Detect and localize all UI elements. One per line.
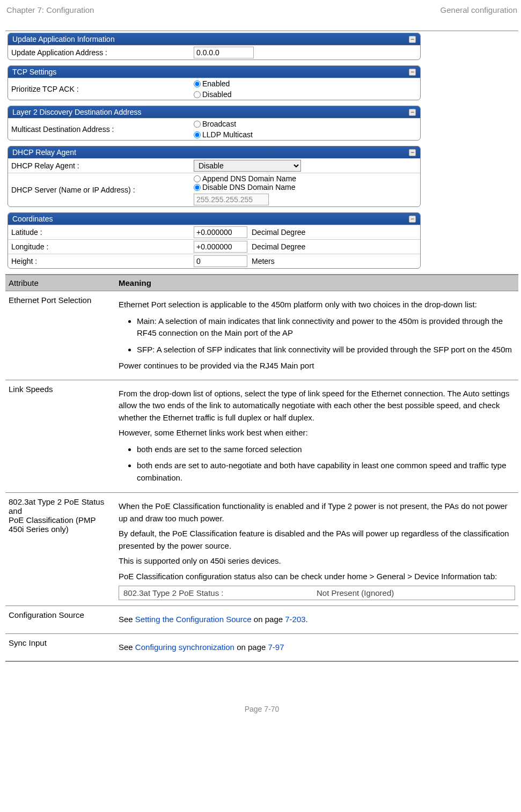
table-row: Ethernet Port Selection Ethernet Port se… <box>5 291 518 380</box>
dhcp-disable-option[interactable]: Disable DNS Domain Name <box>194 183 296 191</box>
layer2-lldp-option[interactable]: LLDP Multicast <box>194 130 253 139</box>
poe-status-value: Not Present (Ignored) <box>317 588 394 597</box>
panel-coords: Coordinates − Latitude : Decimal Degree … <box>8 212 421 269</box>
lon-unit: Decimal Degree <box>252 242 305 251</box>
link-configuring-sync[interactable]: Configuring synchronization <box>135 643 234 652</box>
collapse-icon[interactable]: − <box>409 149 416 156</box>
update-app-input[interactable] <box>194 47 254 58</box>
attr-sync: Sync Input <box>5 637 115 658</box>
dhcp-agent-select[interactable]: Disable <box>194 160 301 172</box>
panel-tcp: TCP Settings − Prioritize TCP ACK : Enab… <box>8 65 421 100</box>
lat-unit: Decimal Degree <box>252 228 305 237</box>
panel-head-coords: Coordinates − <box>8 213 420 225</box>
link-page-7-203[interactable]: 7-203 <box>285 615 305 624</box>
lon-input[interactable] <box>194 241 247 253</box>
tcp-enabled-option[interactable]: Enabled <box>194 79 230 88</box>
panel-title: Layer 2 Discovery Destination Address <box>12 108 141 116</box>
mean-poe: When the PoE Classification functionalit… <box>115 496 518 602</box>
layer2-label: Multicast Destination Address : <box>11 125 194 134</box>
panel-layer2: Layer 2 Discovery Destination Address − … <box>8 106 421 141</box>
dhcp-append-option[interactable]: Append DNS Domain Name <box>194 174 296 183</box>
panel-title: Update Application Information <box>12 35 115 43</box>
link-page-7-97[interactable]: 7-97 <box>268 643 284 652</box>
attr-config-src: Configuration Source <box>5 609 115 630</box>
mean-sync: See Configuring synchronization on page … <box>115 637 518 658</box>
mean-config-src: See Setting the Configuration Source on … <box>115 609 518 630</box>
table-row: Link Speeds From the drop-down list of o… <box>5 380 518 493</box>
tcp-disabled-option[interactable]: Disabled <box>194 90 231 99</box>
header-left: Chapter 7: Configuration <box>6 5 94 14</box>
tcp-label: Prioritize TCP ACK : <box>11 85 194 93</box>
panel-title: Coordinates <box>12 215 53 223</box>
height-unit: Meters <box>252 257 275 265</box>
dhcp-disable-radio[interactable] <box>194 184 201 191</box>
link-config-source[interactable]: Setting the Configuration Source <box>135 615 252 624</box>
mean-eth: Ethernet Port selection is applicable to… <box>115 294 518 377</box>
lat-label: Latitude : <box>11 228 194 237</box>
dhcp-agent-label: DHCP Relay Agent : <box>11 161 194 170</box>
lat-input[interactable] <box>194 226 247 238</box>
tcp-disabled-radio[interactable] <box>194 91 201 98</box>
lon-label: Longitude : <box>11 242 194 251</box>
panel-head-dhcp: DHCP Relay Agent − <box>8 146 420 158</box>
dhcp-append-radio[interactable] <box>194 175 201 182</box>
page-footer: Page 7-70 <box>5 705 518 724</box>
collapse-icon[interactable]: − <box>409 36 416 43</box>
panel-title: TCP Settings <box>12 68 56 76</box>
panel-head-layer2: Layer 2 Discovery Destination Address − <box>8 106 420 118</box>
height-label: Height : <box>11 257 194 265</box>
attr-link: Link Speeds <box>5 383 115 490</box>
attr-eth: Ethernet Port Selection <box>5 294 115 377</box>
tcp-enabled-radio[interactable] <box>194 80 201 87</box>
dhcp-server-label: DHCP Server (Name or IP Address) : <box>11 186 194 194</box>
layer2-lldp-radio[interactable] <box>194 131 201 138</box>
attr-poe: 802.3at Type 2 PoE Status and PoE Classi… <box>5 496 115 602</box>
panel-dhcp: DHCP Relay Agent − DHCP Relay Agent : Di… <box>8 146 421 207</box>
panel-update-app: Update Application Information − Update … <box>8 33 421 60</box>
panel-head-tcp: TCP Settings − <box>8 66 420 78</box>
table-row: 802.3at Type 2 PoE Status and PoE Classi… <box>5 493 518 606</box>
collapse-icon[interactable]: − <box>409 109 416 116</box>
poe-status-box: 802.3at Type 2 PoE Status : Not Present … <box>119 586 515 600</box>
panel-head-update-app: Update Application Information − <box>8 33 420 45</box>
table-row: Sync Input See Configuring synchronizati… <box>5 634 518 662</box>
header-meaning: Meaning <box>115 275 518 291</box>
update-app-label: Update Application Address : <box>11 48 194 57</box>
collapse-icon[interactable]: − <box>409 216 416 223</box>
height-input[interactable] <box>194 255 247 267</box>
layer2-broadcast-radio[interactable] <box>194 121 201 128</box>
layer2-broadcast-option[interactable]: Broadcast <box>194 120 236 128</box>
attribute-table: Attribute Meaning Ethernet Port Selectio… <box>5 274 518 662</box>
header-right: General configuration <box>441 5 517 14</box>
mean-link: From the drop-down list of options, sele… <box>115 383 518 490</box>
page-header: Chapter 7: Configuration General configu… <box>5 5 518 31</box>
dhcp-server-input <box>194 194 269 205</box>
table-header: Attribute Meaning <box>5 275 518 291</box>
divider <box>5 31 518 31</box>
poe-status-label: 802.3at Type 2 PoE Status : <box>123 588 317 597</box>
collapse-icon[interactable]: − <box>409 69 416 76</box>
panel-title: DHCP Relay Agent <box>12 148 76 157</box>
table-row: Configuration Source See Setting the Con… <box>5 606 518 634</box>
header-attribute: Attribute <box>5 275 115 291</box>
